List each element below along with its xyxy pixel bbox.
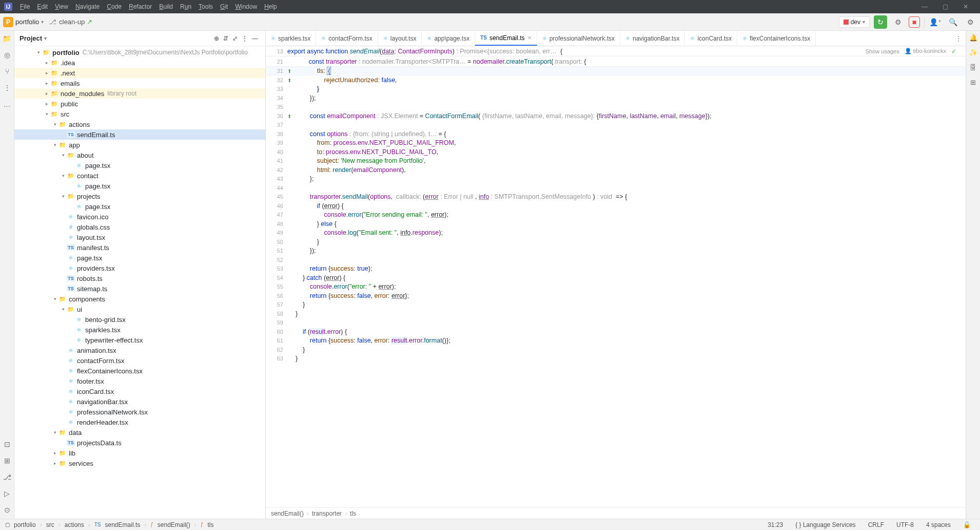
run-config-selector[interactable]: dev ▾: [839, 16, 870, 28]
window-close[interactable]: ✕: [955, 3, 976, 10]
readonly-toggle-icon[interactable]: 🔓: [959, 521, 975, 528]
tree-arrow-icon[interactable]: ▾: [60, 153, 67, 158]
tree-row[interactable]: #globals.css: [14, 222, 265, 232]
sidebar-options-icon[interactable]: ⋮: [240, 35, 250, 42]
bookmarks-tool-icon[interactable]: ⋮: [3, 83, 12, 92]
sidebar-hide-icon[interactable]: —: [250, 35, 260, 42]
tree-row[interactable]: TSmanifest.ts: [14, 242, 265, 253]
tree-row[interactable]: ⚛page.tsx: [14, 253, 265, 263]
debug-button[interactable]: ⚙: [891, 15, 905, 29]
rerun-button[interactable]: ↻: [874, 15, 887, 29]
tabs-overflow-icon[interactable]: ⋮: [951, 31, 966, 46]
terminal-tool-icon[interactable]: ⊡: [3, 440, 12, 449]
editor-tab[interactable]: ⚛navigationBar.tsx: [620, 31, 685, 46]
commit-tool-icon[interactable]: ◎: [3, 50, 12, 60]
menu-tools[interactable]: Tools: [195, 3, 217, 10]
editor-tab[interactable]: ⚛professionalNetwork.tsx: [537, 31, 620, 46]
tree-arrow-icon[interactable]: ▾: [60, 173, 67, 178]
menu-help[interactable]: Help: [261, 3, 281, 10]
search-everywhere-icon[interactable]: 🔍: [946, 15, 959, 29]
menu-code[interactable]: Code: [103, 3, 125, 10]
caret-position[interactable]: 31:23: [763, 521, 787, 528]
tree-row[interactable]: ▸📁lib: [14, 448, 265, 458]
database-tool-icon[interactable]: 🗄: [970, 64, 976, 71]
tree-arrow-icon[interactable]: ▾: [51, 142, 58, 147]
tree-row[interactable]: ⚛footer.tsx: [14, 376, 265, 386]
tree-row[interactable]: ▸📁node_moduleslibrary root: [14, 88, 265, 99]
tree-arrow-icon[interactable]: ▾: [51, 430, 58, 435]
project-tree[interactable]: ▾📁portfolioC:\Users\tibok_28t9jme\Docume…: [14, 46, 265, 519]
status-crumb[interactable]: src: [46, 521, 54, 528]
tree-row[interactable]: ▾📁src: [14, 109, 265, 119]
collapse-all-icon[interactable]: ⤢: [230, 35, 240, 42]
problems-tool-icon[interactable]: ⊞: [3, 456, 12, 465]
vcs-branch[interactable]: ⎇ clean-up ↗: [49, 18, 92, 26]
tree-row[interactable]: ▸📁public: [14, 99, 265, 109]
menu-run[interactable]: Run: [177, 3, 195, 10]
crumb[interactable]: sendEmail(): [271, 510, 304, 517]
tree-row[interactable]: ▾📁portfolioC:\Users\tibok_28t9jme\Docume…: [14, 47, 265, 58]
file-encoding[interactable]: UTF-8: [892, 521, 918, 528]
tree-arrow-icon[interactable]: ▾: [51, 296, 58, 301]
project-dropdown-icon[interactable]: ▾: [41, 19, 44, 25]
notifications-icon[interactable]: 🔔: [969, 34, 977, 42]
tree-row[interactable]: ⚛navigationBar.tsx: [14, 396, 265, 407]
status-crumb[interactable]: sendEmail(): [158, 521, 190, 528]
close-icon[interactable]: ✕: [527, 35, 532, 41]
select-opened-icon[interactable]: ⊕: [212, 35, 221, 42]
tree-row[interactable]: ⚛page.tsx: [14, 160, 265, 171]
gutter-modified-icon[interactable]: ⬆: [287, 67, 296, 76]
status-crumb[interactable]: portfolio: [14, 521, 36, 528]
tree-row[interactable]: ▸📁services: [14, 458, 265, 468]
coverage-tool-icon[interactable]: ⊞: [970, 79, 976, 86]
tree-row[interactable]: TSsitemap.ts: [14, 283, 265, 294]
tree-row[interactable]: TSsendEmail.ts: [14, 129, 265, 140]
menu-build[interactable]: Build: [155, 3, 177, 10]
editor-tab[interactable]: ⚛iconCard.tsx: [685, 31, 737, 46]
language-services[interactable]: { } Language Services: [791, 521, 859, 528]
crumb[interactable]: transporter: [312, 510, 342, 517]
line-separator[interactable]: CRLF: [864, 521, 888, 528]
tree-arrow-icon[interactable]: ▸: [43, 70, 50, 75]
tree-row[interactable]: ⚛iconCard.tsx: [14, 386, 265, 396]
git-tool-icon[interactable]: ⎇: [3, 472, 12, 482]
tree-arrow-icon[interactable]: ▸: [43, 60, 50, 65]
tree-arrow-icon[interactable]: ▸: [43, 91, 50, 96]
tree-arrow-icon[interactable]: ▾: [43, 111, 50, 117]
show-usages-link[interactable]: Show usages: [866, 48, 899, 54]
tree-row[interactable]: ⚛animation.tsx: [14, 345, 265, 355]
tree-arrow-icon[interactable]: ▾: [60, 194, 67, 199]
status-crumb[interactable]: actions: [65, 521, 84, 528]
tree-row[interactable]: ⚛flexContainerIcons.tsx: [14, 366, 265, 376]
window-maximize[interactable]: ▢: [935, 3, 955, 10]
expand-all-icon[interactable]: ⇵: [221, 35, 230, 42]
tree-row[interactable]: ⚛professionalNetwork.tsx: [14, 407, 265, 417]
menu-refactor[interactable]: Refactor: [125, 3, 155, 10]
tree-row[interactable]: ▾📁about: [14, 150, 265, 160]
editor-tab[interactable]: ⚛sparkles.tsx: [266, 31, 316, 46]
project-name[interactable]: portfolio: [15, 18, 39, 26]
tree-arrow-icon[interactable]: ▸: [51, 450, 58, 456]
tree-row[interactable]: ⚛contactForm.tsx: [14, 355, 265, 366]
gutter-modified-icon[interactable]: ⬆: [287, 76, 296, 85]
status-crumb[interactable]: sendEmail.ts: [105, 521, 141, 528]
tree-row[interactable]: ⚛renderHeader.tsx: [14, 417, 265, 427]
run-tool-icon[interactable]: ▷: [3, 489, 12, 498]
project-tool-icon[interactable]: 📁: [3, 34, 12, 43]
menu-window[interactable]: Window: [231, 3, 261, 10]
more-tool-icon[interactable]: …: [3, 100, 12, 109]
tree-row[interactable]: ▸📁.next: [14, 68, 265, 78]
ai-assistant-icon[interactable]: ✨: [969, 49, 977, 56]
tree-row[interactable]: ⚛layout.tsx: [14, 232, 265, 242]
editor-tab[interactable]: ⚛app\page.tsx: [422, 31, 475, 46]
tree-row[interactable]: ⚛favicon.ico: [14, 212, 265, 222]
tree-row[interactable]: TSprojectsData.ts: [14, 438, 265, 448]
tree-arrow-icon[interactable]: ▾: [35, 50, 42, 55]
tree-row[interactable]: ▾📁app: [14, 140, 265, 150]
settings-icon[interactable]: ⚙: [964, 15, 977, 29]
gutter-modified-icon[interactable]: ⬆: [287, 112, 296, 121]
tree-row[interactable]: ▾📁projects: [14, 191, 265, 201]
menu-edit[interactable]: Edit: [33, 3, 51, 10]
tree-row[interactable]: ⚛typewriter-effect.tsx: [14, 335, 265, 345]
tree-row[interactable]: ▾📁ui: [14, 304, 265, 314]
